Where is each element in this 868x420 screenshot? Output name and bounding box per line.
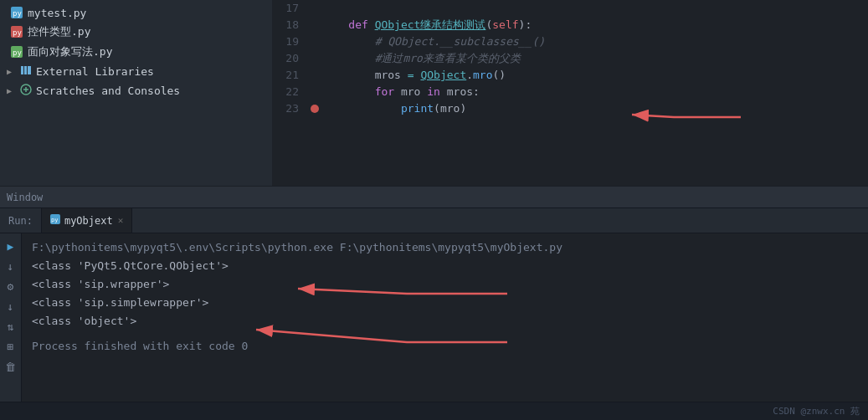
collapse-arrow-icon: ▶ <box>7 67 17 76</box>
sidebar-item-mytest[interactable]: py mytest.py <box>0 3 272 22</box>
sidebar-section-scratches[interactable]: ▶ Scratches and Consoles <box>0 81 272 100</box>
run-output-line-3: <class 'sip.simplewrapper'> <box>32 294 858 312</box>
sidebar-item-label: External Libraries <box>36 65 154 78</box>
sidebar-item-label: 控件类型.py <box>28 24 90 39</box>
run-tab-myobjext[interactable]: py myObjext ✕ <box>42 208 132 233</box>
code-line-18: def QObject继承结构测试 ( self ): <box>311 17 861 33</box>
run-output-line-1: <class 'PyQt5.QtCore.QObject'> <box>32 257 858 275</box>
python-file-icon-red: py <box>10 25 23 38</box>
sidebar-item-label: 面向对象写法.py <box>28 44 112 59</box>
sidebar: py mytest.py py 控件类型.py py 面向对象写法.py ▶ <box>0 0 272 186</box>
code-line-19: # QObject.__subclasses__() <box>311 33 861 50</box>
sidebar-item-label: Scratches and Consoles <box>36 85 180 97</box>
run-trash-button[interactable]: 🗑 <box>3 359 18 374</box>
run-sidebar: ▶ ↓ ⚙ ↓ ⇅ ⊞ 🗑 <box>0 233 22 402</box>
run-label: Run: <box>0 208 42 233</box>
run-down-button2[interactable]: ↓ <box>3 299 18 314</box>
sidebar-section-external[interactable]: ▶ External Libraries <box>0 62 272 81</box>
svg-rect-7 <box>24 66 27 74</box>
run-play-button[interactable]: ▶ <box>3 238 18 254</box>
svg-text:py: py <box>13 49 22 57</box>
code-line-22: for mro in mros: <box>311 84 861 100</box>
code-line-17 <box>311 0 861 17</box>
sidebar-item-widgets[interactable]: py 控件类型.py <box>0 22 272 42</box>
code-line-23: print ( mro ) <box>311 100 861 117</box>
window-label: Window <box>7 192 43 203</box>
code-line-20: #通过mro来查看某个类的父类 <box>311 50 861 67</box>
status-text: CSDN @znwx.cn 苑 <box>773 405 860 417</box>
python-file-icon: py <box>10 6 23 19</box>
tab-close-button[interactable]: ✕ <box>118 215 124 226</box>
run-tab-label: myObjext <box>64 215 113 227</box>
run-output-line-2: <class 'sip.wrapper'> <box>32 275 858 294</box>
svg-text:py: py <box>51 217 58 223</box>
run-output-line-4: <class 'object'> <box>32 312 858 330</box>
run-body: ▶ ↓ ⚙ ↓ ⇅ ⊞ 🗑 F:\pythonitems\mypyqt5\.en… <box>0 233 868 402</box>
python-tab-icon: py <box>50 214 60 227</box>
library-icon <box>20 64 32 79</box>
svg-rect-8 <box>28 66 31 74</box>
sidebar-item-label: mytest.py <box>28 7 86 19</box>
collapse-arrow-icon-scratches: ▶ <box>7 86 17 95</box>
svg-rect-6 <box>21 66 23 74</box>
run-output: F:\pythonitems\mypyqt5\.env\Scripts\pyth… <box>22 233 868 361</box>
code-line-21: mros = QObject . mro () <box>311 67 861 84</box>
python-file-icon-green: py <box>10 45 23 59</box>
run-output-cmd: F:\pythonitems\mypyqt5\.env\Scripts\pyth… <box>32 238 858 257</box>
sidebar-item-oop[interactable]: py 面向对象写法.py <box>0 42 272 62</box>
run-scroll-down-button[interactable]: ↓ <box>3 259 18 274</box>
run-output-finished: Process finished with exit code 0 <box>32 337 858 356</box>
window-bar: Window <box>0 186 868 207</box>
run-header: Run: py myObjext ✕ <box>0 208 868 233</box>
code-content: def QObject继承结构测试 ( self ): # QObject.__… <box>304 0 868 186</box>
run-panel: Run: py myObjext ✕ ▶ ↓ ⚙ ↓ ⇅ ⊞ 🗑 F:\pyth… <box>0 207 868 402</box>
run-settings-button[interactable]: ⚙ <box>3 279 18 294</box>
status-bar: CSDN @znwx.cn 苑 <box>0 402 868 420</box>
line-numbers: 17 18 19 20 21 22 23 <box>272 0 304 186</box>
scratches-icon <box>20 84 32 98</box>
run-sort-button[interactable]: ⇅ <box>3 319 18 334</box>
run-grid-button[interactable]: ⊞ <box>3 339 18 354</box>
svg-text:py: py <box>13 9 22 18</box>
svg-text:py: py <box>13 28 22 37</box>
editor-area: 17 18 19 20 21 22 23 def QObject继承结构测试 ( <box>272 0 868 186</box>
